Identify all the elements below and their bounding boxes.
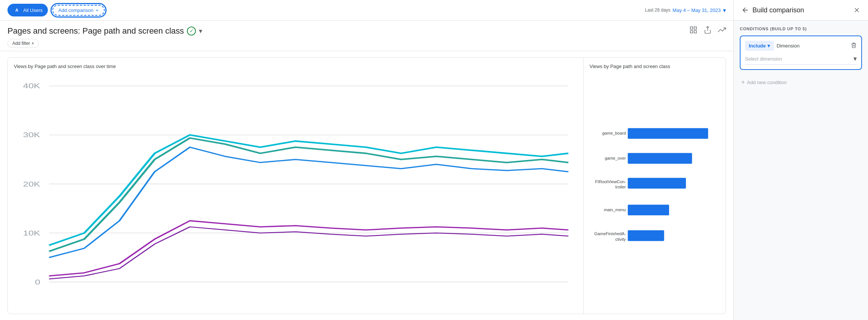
verified-icon: ✓: [187, 27, 196, 36]
svg-rect-23: [628, 204, 669, 215]
date-range: Last 28 days May 4 – May 31, 2023 ▾: [645, 7, 726, 14]
page-title-row: Pages and screens: Page path and screen …: [7, 26, 726, 36]
add-condition-plus-icon: +: [741, 79, 745, 86]
add-filter-button[interactable]: Add filter +: [7, 39, 39, 48]
select-dimension-row[interactable]: Select dimension ▾: [745, 55, 857, 65]
bar-chart-canvas: game_board game_over FIRootViewCon- trol…: [590, 74, 720, 307]
bar-chart-section: Views by Page path and screen class game…: [584, 58, 726, 314]
page-header: Pages and screens: Page path and screen …: [0, 21, 733, 51]
svg-text:main_menu: main_menu: [604, 207, 626, 212]
bar-chart-title: Views by Page path and screen class: [590, 64, 720, 69]
panel-title: Build comparison: [752, 6, 853, 14]
main-content: A All Users Add comparison + Last 28 day…: [0, 0, 733, 320]
line-chart-section: Views by Page path and screen class over…: [8, 58, 584, 314]
svg-text:ctivity: ctivity: [615, 237, 626, 241]
panel-body: CONDITIONS (BUILD UP TO 5) Include ▾ Dim…: [734, 21, 868, 320]
svg-rect-0: [690, 27, 693, 29]
include-chevron-icon: ▾: [767, 43, 770, 49]
line-chart-canvas: 40K 30K 20K 10K 0: [14, 74, 577, 307]
condition-row: Include ▾ Dimension: [745, 41, 857, 51]
date-chevron-icon[interactable]: ▾: [723, 7, 726, 14]
svg-rect-2: [690, 31, 693, 33]
all-users-label: All Users: [23, 7, 43, 13]
svg-text:FIRootViewCon-: FIRootViewCon-: [595, 179, 626, 184]
svg-text:GameFinishedA-: GameFinishedA-: [594, 231, 626, 236]
svg-rect-26: [628, 230, 664, 241]
date-label: Last 28 days: [645, 7, 670, 13]
svg-text:10K: 10K: [23, 230, 40, 237]
page-title-text: Pages and screens: Page path and screen …: [7, 26, 184, 36]
line-chart-svg: 40K 30K 20K 10K 0: [14, 74, 577, 307]
user-avatar: A: [13, 6, 21, 14]
svg-text:game_board: game_board: [602, 131, 626, 135]
panel-back-button[interactable]: [741, 6, 750, 14]
include-label: Include: [749, 43, 766, 49]
panel-header: Build comparison: [734, 0, 868, 21]
svg-text:30K: 30K: [23, 131, 40, 139]
trend-icon[interactable]: [718, 26, 726, 36]
plus-icon: +: [96, 7, 99, 13]
right-panel: Build comparison CONDITIONS (BUILD UP TO…: [733, 0, 868, 320]
page-actions: [689, 26, 726, 36]
charts-container: Views by Page path and screen class over…: [7, 57, 726, 314]
add-condition-label: Add new condition: [747, 80, 787, 85]
date-value: May 4 – May 31, 2023: [672, 7, 721, 13]
all-users-button[interactable]: A All Users: [7, 4, 48, 16]
filter-plus-icon: +: [31, 41, 34, 46]
chart-type-icon[interactable]: [689, 26, 698, 36]
add-comparison-button[interactable]: Add comparison +: [52, 5, 105, 16]
svg-rect-3: [694, 31, 696, 33]
delete-condition-icon[interactable]: [851, 42, 857, 50]
svg-text:0: 0: [35, 279, 40, 286]
top-bar: A All Users Add comparison + Last 28 day…: [0, 0, 733, 21]
svg-rect-18: [628, 153, 692, 164]
add-filter-row: Add filter +: [7, 39, 726, 48]
bar-chart-svg: game_board game_over FIRootViewCon- trol…: [590, 74, 720, 307]
include-dropdown[interactable]: Include ▾: [745, 41, 774, 51]
add-comparison-label: Add comparison: [58, 7, 93, 13]
share-icon[interactable]: [704, 26, 712, 36]
svg-rect-1: [694, 27, 696, 29]
title-dropdown-icon[interactable]: ▾: [199, 27, 202, 35]
add-condition-button[interactable]: + Add new condition: [740, 76, 788, 89]
add-filter-label: Add filter: [12, 41, 30, 46]
svg-text:40K: 40K: [23, 82, 40, 90]
page-title: Pages and screens: Page path and screen …: [7, 26, 202, 36]
select-dimension-chevron-icon: ▾: [853, 55, 857, 63]
condition-box: Include ▾ Dimension Select dimension ▾: [740, 36, 862, 70]
charts-area: Views by Page path and screen class over…: [0, 51, 733, 320]
svg-text:troller: troller: [615, 185, 626, 189]
line-chart-title: Views by Page path and screen class over…: [14, 64, 577, 69]
dimension-label: Dimension: [777, 43, 848, 49]
panel-close-button[interactable]: [853, 6, 861, 14]
svg-rect-16: [628, 128, 708, 139]
conditions-label: CONDITIONS (BUILD UP TO 5): [740, 27, 862, 31]
select-dimension-text: Select dimension: [745, 56, 782, 62]
svg-text:game_over: game_over: [605, 156, 626, 160]
svg-text:20K: 20K: [23, 181, 40, 188]
svg-rect-21: [628, 178, 686, 189]
